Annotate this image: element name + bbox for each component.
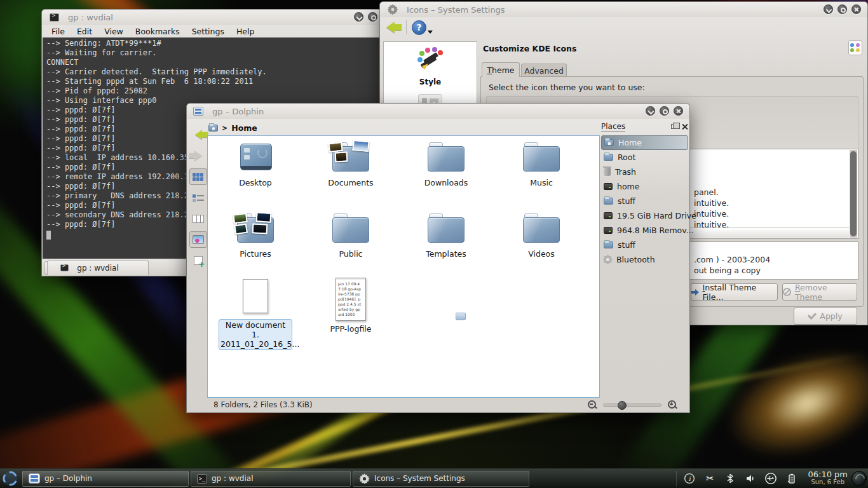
task-wvdial[interactable]: >_ gp : wvdial [191,471,351,487]
menu-bookmarks[interactable]: Bookmarks [135,27,180,36]
chevron-down-icon[interactable] [428,30,433,34]
konsole-titlebar[interactable]: gp : wvdial [42,10,384,25]
no-entry-icon [783,288,791,296]
volume-icon[interactable] [744,472,757,485]
install-theme-button[interactable]: Install Theme File... [691,283,778,301]
hard-drive-icon [604,212,613,219]
places-item-trash[interactable]: Trash [601,165,688,179]
forward-button[interactable] [189,147,207,164]
remove-theme-button[interactable]: Remove Theme [782,283,857,301]
back-button[interactable] [386,22,395,33]
terminal-line: --> Pid of pppd: 25082 [46,86,383,96]
theme-list-entry: intuitive. [694,198,729,208]
folder-item-music[interactable] [523,142,560,172]
folder-item-downloads[interactable] [428,142,465,172]
battery-icon[interactable] [785,472,797,485]
zoom-in-icon[interactable] [667,399,678,410]
maximize-button[interactable] [368,12,377,22]
places-item-root[interactable]: Root [601,150,688,165]
device-notifier-usb-icon[interactable] [764,472,777,485]
bluetooth-icon[interactable] [724,472,736,485]
folder-item-pictures[interactable] [237,214,274,243]
file-item-new-document[interactable] [243,279,268,313]
folder-item-documents[interactable] [332,142,369,172]
scrollbar-thumb[interactable] [850,151,857,236]
details-view-icon [193,194,204,202]
scrollbar[interactable] [850,150,857,238]
selected-file-label[interactable]: New document 1. 2011_01_20_16_5... [219,319,292,350]
photo-thumbnail [234,224,248,235]
zoom-out-icon[interactable] [587,399,598,410]
close-button[interactable] [851,4,861,14]
dot-icon [856,43,860,47]
float-panel-icon[interactable] [671,124,677,129]
file-view[interactable]: Desktop Documents Downloads Music [207,135,600,398]
help-button[interactable]: ? [412,20,426,35]
columns-view-button[interactable] [189,210,207,227]
settings-window-title: Icons – System Settings [407,5,505,15]
sidebar-item-style[interactable]: Style [384,47,477,86]
task-system-settings[interactable]: Icons – System Settings [353,471,529,487]
konsole-icon: >_ [197,474,207,484]
klipper-scissors-icon[interactable]: ✂ [703,472,716,485]
folder-item-desktop[interactable] [240,144,272,170]
menu-file[interactable]: File [51,27,65,36]
details-view-button[interactable] [189,189,207,206]
tab-theme[interactable]: Theme [482,62,520,77]
zoom-slider-handle[interactable] [618,401,627,410]
back-button[interactable] [189,126,207,143]
konsole-window-title: gp : wvdial [68,13,113,22]
document-thumbnail [328,142,343,153]
places-item-home[interactable]: Home [601,135,688,150]
places-item-bluetooth[interactable]: Bluetooth [601,252,688,267]
breadcrumb-home[interactable]: Home [231,123,257,133]
menu-edit[interactable]: Edit [77,27,92,36]
close-button[interactable] [674,106,683,116]
places-item-stuff-2[interactable]: stuff [601,238,688,252]
forward-arrow-icon [194,151,202,161]
menu-help[interactable]: Help [236,27,255,36]
menu-view[interactable]: View [104,27,123,36]
maximize-button[interactable] [660,106,669,116]
folder-home-icon[interactable] [208,125,218,132]
icon-view-button[interactable] [189,168,207,185]
status-text: 8 Folders, 2 Files (3.3 KiB) [214,400,313,409]
places-item-stuff[interactable]: stuff [601,194,688,208]
terminal-icon [60,264,69,271]
split-view-button[interactable] [189,252,207,269]
dolphin-titlebar[interactable]: gp – Dolphin [187,104,689,119]
folder-item-public[interactable] [332,214,369,243]
overview-button[interactable] [848,40,862,55]
places-item-removable[interactable]: 964.8 MiB Remov... [601,223,688,238]
maximize-button[interactable] [837,4,847,14]
notifications-icon[interactable]: i [683,472,696,485]
folder-item-templates[interactable] [428,214,465,243]
dolphin-statusbar: 8 Folders, 2 Files (3.3 KiB) [187,397,689,412]
menu-settings[interactable]: Settings [192,27,224,36]
terminal-line: --> Waiting for carrier. [46,48,383,58]
preview-toggle-button[interactable] [189,231,207,248]
minimize-button[interactable] [824,4,833,14]
swirl-decoration [257,148,268,158]
places-item-hard-drive[interactable]: 19.5 GiB Hard Drive [601,208,688,223]
dot-icon [850,43,854,47]
trash-icon [604,168,611,176]
panel-cashew-icon[interactable] [851,471,867,486]
terminal-line: CONNECT [46,58,383,67]
task-dolphin[interactable]: gp – Dolphin [22,471,189,487]
places-item-home-partition[interactable]: home [601,179,688,194]
folder-item-videos[interactable] [523,214,560,243]
app-launcher-button[interactable] [0,469,20,488]
zoom-slider[interactable] [603,403,661,407]
close-panel-icon[interactable] [682,123,688,130]
tab-advanced[interactable]: Advanced [521,64,567,77]
settings-titlebar[interactable]: Icons – System Settings [380,2,867,17]
apply-button[interactable]: Apply [794,308,857,325]
icon-view-icon [193,173,204,181]
minimize-button[interactable] [354,12,363,22]
dot-icon [850,48,854,52]
minimize-button[interactable] [646,106,655,116]
digital-clock[interactable]: 06:10 pm Sun, 6 Feb [808,471,848,486]
file-item-ppp-logfile[interactable]: Jan 17 09:4 7:18 gp-Asp ire-5738 pp pd[1… [336,278,366,321]
file-label: PPP-logfile [309,324,392,334]
